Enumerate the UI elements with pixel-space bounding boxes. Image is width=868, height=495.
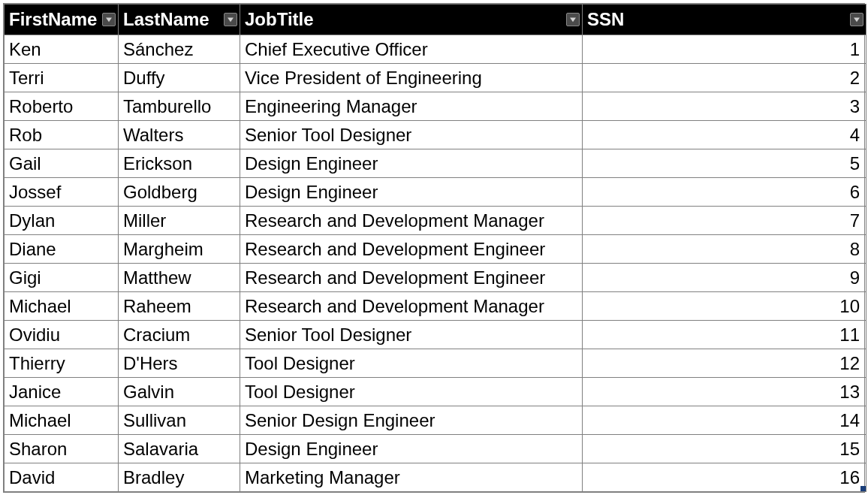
- table-row: TerriDuffyVice President of Engineering2: [5, 64, 866, 92]
- cell-jobTitle[interactable]: Design Engineer: [240, 149, 583, 178]
- cell-lastName[interactable]: Erickson: [119, 149, 240, 178]
- table-row: GailEricksonDesign Engineer5: [5, 149, 866, 178]
- cell-firstName[interactable]: Dylan: [5, 207, 119, 235]
- cell-jobTitle[interactable]: Research and Development Manager: [240, 292, 583, 321]
- filter-dropdown-icon[interactable]: [566, 13, 580, 26]
- table-row: RobertoTamburelloEngineering Manager3: [5, 92, 866, 121]
- col-header-lastname[interactable]: LastName: [119, 5, 240, 35]
- svg-marker-3: [854, 18, 860, 23]
- cell-lastName[interactable]: Walters: [119, 121, 240, 149]
- cell-ssn[interactable]: 7: [583, 207, 866, 235]
- cell-lastName[interactable]: Duffy: [119, 64, 240, 92]
- cell-jobTitle[interactable]: Engineering Manager: [240, 92, 583, 121]
- cell-ssn[interactable]: 12: [583, 349, 866, 378]
- cell-lastName[interactable]: Margheim: [119, 235, 240, 264]
- cell-lastName[interactable]: Tamburello: [119, 92, 240, 121]
- cell-lastName[interactable]: Raheem: [119, 292, 240, 321]
- table-header-row: FirstName LastName JobTitle: [5, 5, 866, 35]
- cell-ssn[interactable]: 4: [583, 121, 866, 149]
- table-row: DavidBradleyMarketing Manager16: [5, 463, 866, 492]
- cell-firstName[interactable]: Diane: [5, 235, 119, 264]
- employee-table: FirstName LastName JobTitle: [4, 4, 866, 492]
- cell-jobTitle[interactable]: Tool Designer: [240, 349, 583, 378]
- table-body: KenSánchezChief Executive Officer1TerriD…: [5, 35, 866, 492]
- cell-ssn[interactable]: 10: [583, 292, 866, 321]
- cell-firstName[interactable]: David: [5, 463, 119, 492]
- table-row: RobWaltersSenior Tool Designer4: [5, 121, 866, 149]
- table-row: KenSánchezChief Executive Officer1: [5, 35, 866, 64]
- col-header-jobtitle[interactable]: JobTitle: [240, 5, 583, 35]
- cell-lastName[interactable]: Sullivan: [119, 406, 240, 435]
- data-table: FirstName LastName JobTitle: [3, 3, 865, 493]
- cell-lastName[interactable]: Sánchez: [119, 35, 240, 64]
- cell-jobTitle[interactable]: Design Engineer: [240, 435, 583, 463]
- cell-firstName[interactable]: Michael: [5, 292, 119, 321]
- cell-jobTitle[interactable]: Marketing Manager: [240, 463, 583, 492]
- filter-dropdown-icon[interactable]: [850, 13, 863, 26]
- cell-lastName[interactable]: Goldberg: [119, 178, 240, 207]
- cell-ssn[interactable]: 11: [583, 321, 866, 349]
- table-row: MichaelRaheemResearch and Development Ma…: [5, 292, 866, 321]
- svg-marker-0: [106, 18, 112, 23]
- cell-firstName[interactable]: Gail: [5, 149, 119, 178]
- cell-jobTitle[interactable]: Research and Development Manager: [240, 207, 583, 235]
- cell-jobTitle[interactable]: Senior Tool Designer: [240, 121, 583, 149]
- table-row: DianeMargheimResearch and Development En…: [5, 235, 866, 264]
- table-row: JaniceGalvinTool Designer13: [5, 378, 866, 406]
- col-header-label: FirstName: [9, 9, 97, 30]
- cell-lastName[interactable]: Cracium: [119, 321, 240, 349]
- cell-lastName[interactable]: Galvin: [119, 378, 240, 406]
- col-header-label: JobTitle: [245, 9, 314, 30]
- table-row: JossefGoldbergDesign Engineer6: [5, 178, 866, 207]
- cell-firstName[interactable]: Ken: [5, 35, 119, 64]
- svg-marker-1: [228, 18, 234, 23]
- cell-jobTitle[interactable]: Research and Development Engineer: [240, 264, 583, 292]
- cell-ssn[interactable]: 14: [583, 406, 866, 435]
- cell-ssn[interactable]: 13: [583, 378, 866, 406]
- cell-firstName[interactable]: Michael: [5, 406, 119, 435]
- cell-jobTitle[interactable]: Research and Development Engineer: [240, 235, 583, 264]
- cell-firstName[interactable]: Janice: [5, 378, 119, 406]
- col-header-label: LastName: [123, 9, 209, 30]
- cell-jobTitle[interactable]: Vice President of Engineering: [240, 64, 583, 92]
- cell-lastName[interactable]: D'Hers: [119, 349, 240, 378]
- cell-jobTitle[interactable]: Design Engineer: [240, 178, 583, 207]
- cell-jobTitle[interactable]: Senior Design Engineer: [240, 406, 583, 435]
- cell-jobTitle[interactable]: Chief Executive Officer: [240, 35, 583, 64]
- cell-ssn[interactable]: 1: [583, 35, 866, 64]
- cell-ssn[interactable]: 2: [583, 64, 866, 92]
- col-header-firstname[interactable]: FirstName: [5, 5, 119, 35]
- table-row: GigiMatthewResearch and Development Engi…: [5, 264, 866, 292]
- cell-ssn[interactable]: 5: [583, 149, 866, 178]
- filter-dropdown-icon[interactable]: [224, 13, 237, 26]
- cell-firstName[interactable]: Rob: [5, 121, 119, 149]
- cell-lastName[interactable]: Salavaria: [119, 435, 240, 463]
- cell-jobTitle[interactable]: Tool Designer: [240, 378, 583, 406]
- cell-ssn[interactable]: 8: [583, 235, 866, 264]
- cell-lastName[interactable]: Miller: [119, 207, 240, 235]
- table-row: MichaelSullivanSenior Design Engineer14: [5, 406, 866, 435]
- cell-ssn[interactable]: 16: [583, 463, 866, 492]
- table-row: OvidiuCraciumSenior Tool Designer11: [5, 321, 866, 349]
- cell-ssn[interactable]: 15: [583, 435, 866, 463]
- cell-ssn[interactable]: 3: [583, 92, 866, 121]
- filter-dropdown-icon[interactable]: [102, 13, 116, 26]
- col-header-ssn[interactable]: SSN: [583, 5, 866, 35]
- cell-ssn[interactable]: 6: [583, 178, 866, 207]
- table-row: DylanMillerResearch and Development Mana…: [5, 207, 866, 235]
- cell-firstName[interactable]: Thierry: [5, 349, 119, 378]
- cell-firstName[interactable]: Gigi: [5, 264, 119, 292]
- col-header-label: SSN: [587, 9, 624, 30]
- svg-marker-2: [570, 18, 576, 23]
- cell-firstName[interactable]: Jossef: [5, 178, 119, 207]
- cell-firstName[interactable]: Ovidiu: [5, 321, 119, 349]
- cell-firstName[interactable]: Roberto: [5, 92, 119, 121]
- cell-firstName[interactable]: Sharon: [5, 435, 119, 463]
- cell-firstName[interactable]: Terri: [5, 64, 119, 92]
- cell-lastName[interactable]: Bradley: [119, 463, 240, 492]
- cell-lastName[interactable]: Matthew: [119, 264, 240, 292]
- cell-ssn[interactable]: 9: [583, 264, 866, 292]
- table-row: SharonSalavariaDesign Engineer15: [5, 435, 866, 463]
- table-row: ThierryD'HersTool Designer12: [5, 349, 866, 378]
- cell-jobTitle[interactable]: Senior Tool Designer: [240, 321, 583, 349]
